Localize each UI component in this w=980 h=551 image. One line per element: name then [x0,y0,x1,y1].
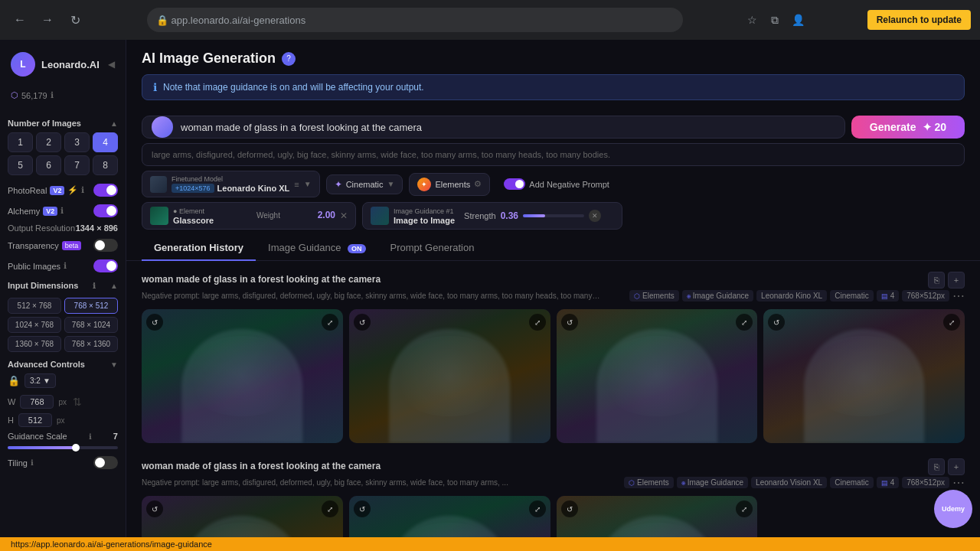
image-card-2b[interactable]: ↺ ⤢ [349,496,550,537]
gen-more-button-2[interactable]: ⋯ [952,475,965,490]
num-2-button[interactable]: 2 [36,132,61,152]
advanced-controls-section[interactable]: Advanced Controls ▼ [8,355,118,373]
tab-generation-history[interactable]: Generation History [142,236,256,261]
dim-768x512[interactable]: 768 × 512 [64,298,118,314]
credits-icon: ⬡ [11,90,18,100]
redo-icon[interactable]: ↺ [146,314,163,331]
redo-icon[interactable]: ↺ [354,314,371,331]
negative-prompt-toggle[interactable] [504,178,525,190]
expand-icon[interactable]: ⤢ [529,314,546,331]
tab-prompt-generation[interactable]: Prompt Generation [378,236,487,261]
dimensions-grid: 512 × 768 768 × 512 1024 × 768 768 × 102… [8,298,118,352]
num-6-button[interactable]: 6 [36,155,61,175]
gen-meta-top-row: woman made of glass in a forest looking … [142,272,965,289]
gen-more-button[interactable]: ⋯ [952,289,965,303]
num-7-button[interactable]: 7 [64,155,90,175]
aspect-ratio-select[interactable]: 3:2 ▼ [24,373,56,388]
dim-768x1024[interactable]: 768 × 1024 [64,317,118,333]
tiling-help-icon[interactable]: ℹ [31,458,34,467]
mode-pill[interactable]: ✦ Cinematic ▼ [326,174,403,194]
expand-icon[interactable]: ⤢ [943,314,960,331]
num-1-button[interactable]: 1 [8,132,33,152]
sidebar-header[interactable]: L Leonardo.AI ◀ [0,47,126,87]
copy-button-2[interactable]: ⎘ [928,458,945,475]
width-value[interactable]: 768 [20,395,54,409]
transparency-toggle[interactable] [93,239,118,252]
collapse-button[interactable]: ◀ [108,59,115,70]
alchemy-label-group: Alchemy V2 ℹ [8,206,64,216]
redo-icon[interactable]: ↺ [354,500,371,517]
num-3-button[interactable]: 3 [64,132,90,152]
strength-slider[interactable] [523,214,584,217]
photoreal-info-icon[interactable]: ⚡ [67,185,78,195]
prompt-input[interactable] [181,122,835,133]
aspect-ratio-value: 3:2 [30,377,41,385]
public-images-row: Public Images ℹ [8,256,118,276]
height-value[interactable]: 512 [18,413,52,427]
guidance-help-icon[interactable]: ℹ [89,432,92,441]
add-button-2[interactable]: + [948,458,965,475]
address-bar[interactable]: 🔒 app.leonardo.ai/ai-generations [147,8,683,32]
strength-value: 0.36 [501,210,518,221]
extensions-icon[interactable]: ⧉ [766,11,783,28]
num-4-button[interactable]: 4 [93,132,118,152]
photoreal-help-icon[interactable]: ℹ [81,185,84,195]
dim-512x768[interactable]: 512 × 768 [8,298,61,314]
negative-prompt-toggle-pill[interactable]: Add Negative Prompt [496,174,617,194]
image-card-2c[interactable]: ↺ ⤢ [557,496,758,537]
model-name-text: Leonardo Kino XL [217,184,290,193]
dim-1024x768[interactable]: 1024 × 768 [8,317,61,333]
back-button[interactable]: ← [9,9,31,31]
guidance-scale-slider[interactable] [8,443,118,452]
swap-icon[interactable]: ⇅ [73,396,82,408]
num-5-button[interactable]: 5 [8,155,33,175]
number-of-images-section[interactable]: Number of Images ▲ [8,114,118,132]
image-card[interactable]: ↺ ⤢ [349,309,550,443]
expand-icon[interactable]: ⤢ [529,500,546,517]
forward-button[interactable]: → [37,9,58,31]
images-area[interactable]: woman made of glass in a forest looking … [126,261,980,537]
num-8-button[interactable]: 8 [93,155,118,175]
image-card-2a[interactable]: ↺ ⤢ [142,496,343,537]
alchemy-help-icon[interactable]: ℹ [60,206,64,216]
image-card[interactable]: ↺ ⤢ [763,309,965,443]
negative-prompt-row[interactable]: large arms, disfigured, deformed, ugly, … [142,143,965,166]
input-dimensions-section[interactable]: Input Dimensions ℹ ▲ [8,276,118,295]
image-card[interactable]: ↺ ⤢ [557,309,758,443]
dim-768x1360[interactable]: 768 × 1360 [64,336,118,352]
info-icon[interactable]: ℹ [51,90,54,100]
model-pill[interactable]: Finetuned Model +1024×576 Leonardo Kino … [142,171,320,197]
tab-image-guidance[interactable]: Image Guidance ON [256,236,378,261]
refresh-button[interactable]: ↻ [64,9,86,31]
alchemy-toggle[interactable] [93,204,118,217]
expand-icon[interactable]: ⤢ [322,314,338,331]
bookmark-icon[interactable]: ☆ [743,11,760,28]
redo-icon[interactable]: ↺ [146,500,163,517]
generate-button[interactable]: Generate ✦ 20 [851,116,965,139]
remove-guidance-button[interactable]: ✕ [589,210,601,222]
page-info-button[interactable]: ? [282,52,296,66]
remove-element-button[interactable]: ✕ [340,210,348,221]
redo-icon[interactable]: ↺ [561,500,578,517]
expand-icon[interactable]: ⤢ [736,500,753,517]
relaunch-button[interactable]: Relaunch to update [867,10,971,30]
dim-1360x768[interactable]: 1360 × 768 [8,336,61,352]
gen-tags-group: ⬡Elements ⎈Image Guidance Leonardo Kino … [629,289,965,303]
image-card[interactable]: ↺ ⤢ [142,309,343,443]
elements-pill[interactable]: ✦ Elements ⚙ [409,173,490,196]
image-4 [763,309,965,443]
expand-icon[interactable]: ⤢ [736,314,753,331]
public-images-toggle[interactable] [93,259,118,272]
dimensions-help-icon[interactable]: ℹ [93,282,96,290]
photoreal-toggle[interactable] [93,184,118,197]
copy-button[interactable]: ⎘ [928,272,945,289]
tiling-toggle[interactable] [93,456,118,469]
expand-icon[interactable]: ⤢ [322,500,338,517]
redo-icon[interactable]: ↺ [561,314,578,331]
image-2a [142,496,343,537]
account-icon[interactable]: 👤 [789,11,806,28]
output-resolution-row: Output Resolution 1344 × 896 [8,221,118,235]
add-button[interactable]: + [948,272,965,289]
public-images-help-icon[interactable]: ℹ [64,261,67,271]
udemy-badge[interactable]: Udemy [934,490,972,528]
